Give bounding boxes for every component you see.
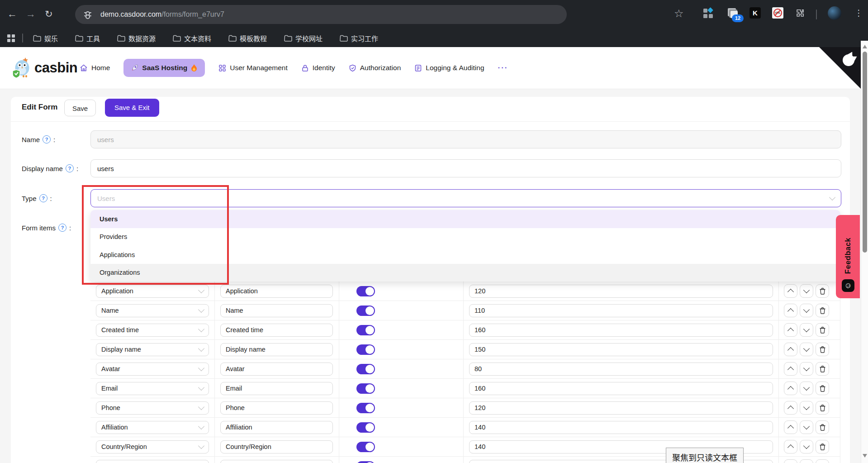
width-input[interactable]: 110: [469, 304, 773, 317]
move-up-button[interactable]: [784, 382, 797, 395]
form-item-name-select[interactable]: Application: [96, 285, 209, 298]
menu-item-more[interactable]: ···: [498, 63, 508, 72]
move-up-button[interactable]: [784, 440, 797, 453]
delete-row-button[interactable]: [816, 343, 829, 356]
form-item-display-name-input[interactable]: Name: [220, 304, 333, 317]
form-item-display-name-input[interactable]: Display name: [220, 343, 333, 356]
delete-row-button[interactable]: [816, 323, 829, 337]
delete-row-button[interactable]: [816, 382, 829, 395]
visible-toggle[interactable]: [356, 325, 375, 335]
visible-toggle[interactable]: [356, 364, 375, 374]
browser-menu-icon[interactable]: ⋮: [854, 8, 863, 18]
visible-toggle[interactable]: [356, 422, 375, 433]
width-input[interactable]: 120: [469, 401, 773, 415]
bookmark-folder[interactable]: 工具: [75, 33, 100, 43]
reload-icon[interactable]: ↻: [45, 8, 53, 20]
move-down-button[interactable]: [800, 459, 813, 463]
form-item-name-select[interactable]: Phone: [96, 401, 209, 415]
scrollbar-thumb[interactable]: [863, 52, 867, 253]
github-corner-ribbon[interactable]: [819, 47, 861, 89]
width-input[interactable]: 120: [469, 285, 773, 298]
casbin-logo[interactable]: casbin: [12, 57, 77, 79]
form-item-display-name-input[interactable]: Country/Region: [220, 440, 333, 453]
move-down-button[interactable]: [800, 304, 813, 317]
visible-toggle[interactable]: [356, 403, 375, 413]
bookmark-folder[interactable]: 数据资源: [117, 33, 156, 43]
move-down-button[interactable]: [800, 323, 813, 337]
move-up-button[interactable]: [784, 284, 797, 298]
form-item-name-select[interactable]: Avatar: [96, 363, 209, 376]
delete-row-button[interactable]: [816, 459, 829, 463]
delete-row-button[interactable]: [816, 362, 829, 376]
move-up-button[interactable]: [784, 304, 797, 317]
display-name-input[interactable]: users: [90, 159, 841, 177]
delete-row-button[interactable]: [816, 401, 829, 415]
move-up-button[interactable]: [784, 343, 797, 356]
visible-toggle[interactable]: [356, 461, 375, 463]
scrollbar-down-arrow[interactable]: [863, 454, 867, 458]
forward-icon[interactable]: →: [26, 8, 36, 20]
move-down-button[interactable]: [800, 401, 813, 415]
save-and-exit-button[interactable]: Save & Exit: [105, 99, 159, 117]
question-circle-icon[interactable]: ?: [58, 224, 66, 232]
menu-item-saas-hosting[interactable]: SaaS Hosting: [123, 59, 205, 77]
visible-toggle[interactable]: [356, 383, 375, 394]
delete-row-button[interactable]: [816, 420, 829, 434]
form-item-display-name-input[interactable]: Avatar: [220, 363, 333, 376]
delete-row-button[interactable]: [816, 440, 829, 453]
move-down-button[interactable]: [800, 382, 813, 395]
scrollbar-up-arrow[interactable]: [863, 45, 867, 48]
save-button[interactable]: Save: [64, 100, 96, 116]
form-item-display-name-input[interactable]: Affiliation: [220, 421, 333, 434]
move-up-button[interactable]: [784, 420, 797, 434]
width-input[interactable]: 160: [469, 382, 773, 395]
bookmark-folder[interactable]: 文本资料: [173, 33, 211, 43]
site-info-icon[interactable]: [84, 12, 91, 17]
question-circle-icon[interactable]: ?: [43, 135, 51, 143]
extension-tabs-icon[interactable]: 12: [726, 7, 739, 22]
form-item-display-name-input[interactable]: Email: [220, 382, 333, 395]
move-up-button[interactable]: [784, 459, 797, 463]
apps-grid-icon[interactable]: [7, 34, 15, 42]
visible-toggle[interactable]: [356, 344, 375, 355]
bookmark-folder[interactable]: 模板教程: [228, 33, 267, 43]
url-text[interactable]: demo.casdoor.com/forms/form_e7urv7: [100, 10, 224, 19]
extensions-puzzle-icon[interactable]: [795, 8, 806, 20]
form-item-name-select[interactable]: Affiliation: [96, 421, 209, 434]
bookmark-folder[interactable]: 娱乐: [33, 33, 58, 43]
feedback-tab[interactable]: Feedback ☺: [836, 215, 860, 298]
form-item-name-select[interactable]: Email: [96, 382, 209, 395]
page-scrollbar[interactable]: [861, 41, 868, 463]
move-down-button[interactable]: [800, 362, 813, 376]
menu-item-home[interactable]: Home: [80, 64, 110, 72]
menu-item-user-management[interactable]: User Management: [218, 64, 288, 72]
visible-toggle[interactable]: [356, 442, 375, 452]
width-input[interactable]: 80: [469, 363, 773, 376]
move-up-button[interactable]: [784, 401, 797, 415]
name-input[interactable]: users: [90, 130, 841, 148]
form-item-display-name-input[interactable]: Application: [220, 285, 333, 298]
form-item-name-select[interactable]: User type: [96, 460, 209, 463]
bookmark-folder[interactable]: 学校网址: [284, 33, 323, 43]
extension-k-icon[interactable]: K: [749, 7, 761, 19]
move-up-button[interactable]: [784, 362, 797, 376]
browser-profile-avatar[interactable]: [828, 6, 841, 20]
move-up-button[interactable]: [784, 323, 797, 337]
delete-row-button[interactable]: [816, 304, 829, 317]
form-item-name-select[interactable]: Country/Region: [96, 440, 209, 453]
move-down-button[interactable]: [800, 440, 813, 453]
move-down-button[interactable]: [800, 420, 813, 434]
move-down-button[interactable]: [800, 343, 813, 356]
width-input[interactable]: 160: [469, 324, 773, 337]
move-down-button[interactable]: [800, 284, 813, 298]
form-item-display-name-input[interactable]: Phone: [220, 401, 333, 415]
extension-url-blocker-icon[interactable]: URL: [772, 7, 783, 19]
visible-toggle[interactable]: [356, 305, 375, 316]
extension-grid-icon[interactable]: [702, 7, 714, 21]
delete-row-button[interactable]: [816, 284, 829, 298]
form-item-display-name-input[interactable]: Created time: [220, 324, 333, 337]
width-input[interactable]: 150: [469, 343, 773, 356]
question-circle-icon[interactable]: ?: [66, 164, 74, 172]
form-item-name-select[interactable]: Name: [96, 304, 209, 317]
visible-toggle[interactable]: [356, 286, 375, 296]
